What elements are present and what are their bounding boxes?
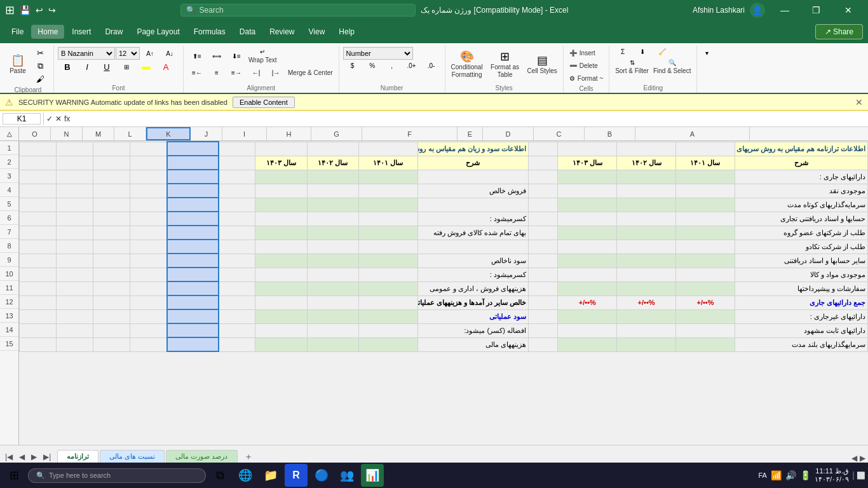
cell-O3[interactable] <box>20 170 57 184</box>
share-button[interactable]: ↗ Share <box>815 24 863 39</box>
cell-J3[interactable] <box>219 170 255 184</box>
cell-L1[interactable] <box>130 142 167 156</box>
cell-D11[interactable] <box>558 281 617 295</box>
cell-B13[interactable] <box>676 309 735 323</box>
align-middle-button[interactable]: ⟺ <box>207 51 226 61</box>
cell-C7[interactable] <box>617 226 676 240</box>
cell-C8[interactable] <box>617 240 676 254</box>
decimal-decrease-button[interactable]: .0- <box>422 61 441 71</box>
cell-I1[interactable] <box>255 142 307 156</box>
cell-J2[interactable] <box>219 156 255 170</box>
cell-G6[interactable] <box>358 212 417 226</box>
cell-B9[interactable] <box>676 254 735 268</box>
cell-O7[interactable] <box>20 226 57 240</box>
cell-B11[interactable] <box>676 281 735 295</box>
formula-input[interactable] <box>72 114 865 124</box>
sheet-tab-ratios[interactable]: نسبت های مالی <box>100 450 165 463</box>
cell-E14[interactable] <box>528 323 557 337</box>
align-center-button[interactable]: ≡ <box>207 68 226 78</box>
cell-A7[interactable]: طلب از شرکتهای عضو گروه <box>735 226 867 240</box>
cell-H1[interactable] <box>307 142 358 156</box>
grid-scroll[interactable]: اطلاعات سود و زیان هم مقیاس به روش سریها… <box>19 141 868 445</box>
cell-L7[interactable] <box>130 226 167 240</box>
cell-A11[interactable]: سفارشات و پیشپرداختها <box>735 281 867 295</box>
row-num-1[interactable]: 1 <box>0 141 18 155</box>
taskbar-r-app[interactable]: R <box>285 464 308 487</box>
cell-N7[interactable] <box>57 226 93 240</box>
decimal-increase-button[interactable]: .0+ <box>402 61 421 71</box>
indent-increase-button[interactable]: |→ <box>266 68 285 78</box>
cell-C4[interactable] <box>617 184 676 198</box>
cell-O11[interactable] <box>20 281 57 295</box>
cell-B15[interactable] <box>676 337 735 351</box>
col-header-G[interactable]: G <box>311 127 362 140</box>
borders-button[interactable]: ⊞ <box>117 62 136 72</box>
cell-M2[interactable] <box>93 156 130 170</box>
cell-I7[interactable] <box>255 226 307 240</box>
cell-K13[interactable] <box>167 309 219 323</box>
row-num-14[interactable]: 14 <box>0 323 18 337</box>
cell-E10[interactable] <box>528 268 557 281</box>
cell-F1[interactable]: اطلاعات سود و زیان هم مقیاس به روش سریها… <box>417 142 528 156</box>
cell-O8[interactable] <box>20 240 57 254</box>
format-painter-button[interactable]: 🖌 <box>31 73 50 85</box>
cell-N13[interactable] <box>57 309 93 323</box>
cell-J12[interactable] <box>219 295 255 309</box>
cell-E2[interactable] <box>528 156 557 170</box>
cell-A13[interactable]: دارائیهای غیرجاری : <box>735 309 867 323</box>
cell-B10[interactable] <box>676 268 735 281</box>
align-top-button[interactable]: ⬆≡ <box>187 51 207 61</box>
col-header-O[interactable]: O <box>19 127 51 140</box>
cell-C11[interactable] <box>617 281 676 295</box>
cell-E11[interactable] <box>528 281 557 295</box>
cell-G12[interactable] <box>358 295 417 309</box>
row-num-4[interactable]: 4 <box>0 183 18 197</box>
cell-E7[interactable] <box>528 226 557 240</box>
cell-B7[interactable] <box>676 226 735 240</box>
cell-C10[interactable] <box>617 268 676 281</box>
col-header-L[interactable]: L <box>114 127 146 140</box>
cell-B1[interactable] <box>676 142 735 156</box>
cell-H14[interactable] <box>307 323 358 337</box>
cell-F2[interactable]: شرح <box>417 156 528 170</box>
tab-last-button[interactable]: ▶| <box>41 451 53 463</box>
cell-K4[interactable] <box>167 184 219 198</box>
taskbar-chrome[interactable]: 🔵 <box>310 464 333 487</box>
cell-M13[interactable] <box>93 309 130 323</box>
cell-G15[interactable] <box>358 337 417 351</box>
cell-H13[interactable] <box>307 309 358 323</box>
cell-G4[interactable] <box>358 184 417 198</box>
cell-L3[interactable] <box>130 170 167 184</box>
taskbar-search[interactable]: 🔍 Type here to search <box>28 468 206 483</box>
row-num-13[interactable]: 13 <box>0 309 18 323</box>
copy-button[interactable]: ⧉ <box>31 60 50 72</box>
accounting-format-button[interactable]: $ <box>343 61 362 71</box>
menu-view[interactable]: View <box>302 25 332 39</box>
cell-I11[interactable] <box>255 281 307 295</box>
font-color-button[interactable]: A <box>156 61 175 73</box>
cell-J11[interactable] <box>219 281 255 295</box>
cell-J13[interactable] <box>219 309 255 323</box>
cell-A9[interactable]: سایر حسابها و اسناد دریافتنی <box>735 254 867 268</box>
font-shrink-button[interactable]: A↓ <box>160 49 179 58</box>
cell-F4[interactable]: فروش خالص <box>417 184 528 198</box>
cell-I13[interactable] <box>255 309 307 323</box>
cell-K15[interactable] <box>167 337 219 351</box>
language-indicator[interactable]: FA <box>758 471 766 479</box>
taskbar-excel[interactable]: 📊 <box>361 464 384 487</box>
cell-I2[interactable]: سال ۱۴۰۳ <box>255 156 307 170</box>
cell-H12[interactable] <box>307 295 358 309</box>
cell-styles-button[interactable]: ▤ Cell Styles <box>526 47 559 83</box>
underline-button[interactable]: U <box>97 61 116 73</box>
cell-O6[interactable] <box>20 212 57 226</box>
sort-filter-button[interactable]: ⇅Sort & Filter <box>613 58 651 76</box>
cell-M5[interactable] <box>93 198 130 212</box>
row-num-7[interactable]: 7 <box>0 225 18 239</box>
enable-content-button[interactable]: Enable Content <box>233 97 295 108</box>
cell-D9[interactable] <box>558 254 617 268</box>
sheet-scroll-left[interactable]: ◀ <box>851 454 857 463</box>
select-all-button[interactable]: △ <box>7 130 12 137</box>
cell-H11[interactable] <box>307 281 358 295</box>
cell-N3[interactable] <box>57 170 93 184</box>
cell-L12[interactable] <box>130 295 167 309</box>
